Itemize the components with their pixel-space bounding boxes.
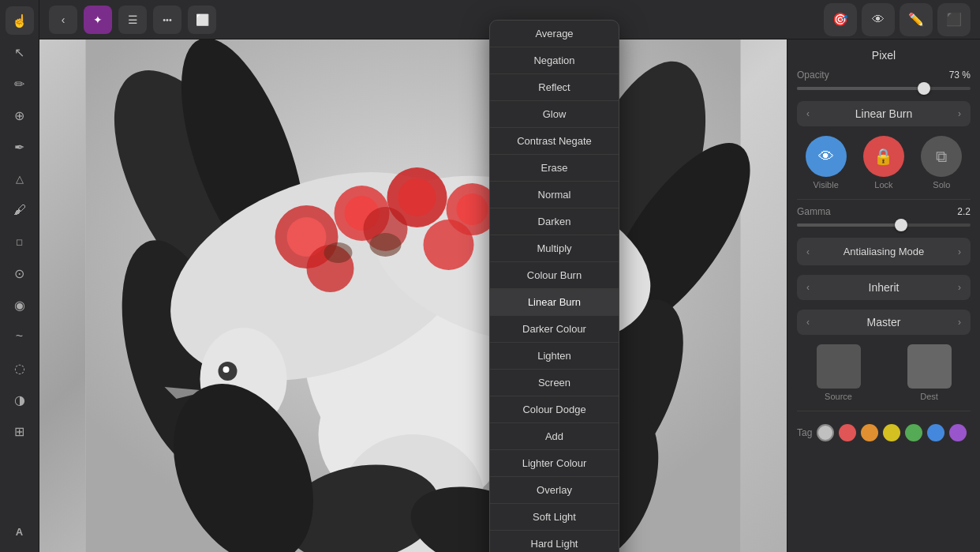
tool-paint[interactable]: 🖌 [6, 196, 34, 224]
visible-label: Visible [814, 180, 839, 190]
opacity-slider-fill [797, 87, 924, 90]
blend-mode-name: Linear Burn [810, 107, 958, 120]
gamma-slider-thumb[interactable] [895, 219, 907, 231]
blend-item-colour-burn[interactable]: Colour Burn [490, 262, 619, 289]
tool-shape[interactable]: △ [6, 164, 34, 193]
opacity-value: 73 % [949, 69, 971, 81]
gamma-label: Gamma [797, 206, 831, 217]
select-button[interactable]: ⬜ [188, 6, 216, 34]
lock-label: Lock [874, 180, 892, 190]
blend-item-colour-dodge[interactable]: Colour Dodge [490, 396, 619, 423]
dest-label: Dest [920, 392, 938, 401]
eye-icon-button[interactable]: 👁 [862, 3, 895, 36]
svg-point-33 [370, 233, 402, 257]
inherit-chevron-right: › [958, 282, 961, 293]
layer-state-icons: 👁 Visible 🔒 Lock ⧉ Solo [797, 136, 971, 190]
blend-item-hard-light[interactable]: Hard Light [490, 531, 619, 552]
gamma-row: Gamma 2.2 [797, 206, 971, 217]
blend-item-normal[interactable]: Normal [490, 182, 619, 208]
opacity-slider[interactable] [797, 87, 971, 90]
tool-fill[interactable]: ◉ [6, 291, 34, 319]
tool-blur[interactable]: ◌ [6, 354, 34, 382]
blend-item-average[interactable]: Average [490, 21, 619, 47]
svg-point-34 [324, 242, 353, 263]
antialiasing-chevron-right: › [958, 246, 961, 257]
tag-dot-orange[interactable] [861, 424, 878, 441]
blend-item-darker-colour[interactable]: Darker Colour [490, 316, 619, 343]
tool-stamp[interactable]: ⊙ [6, 259, 34, 287]
tool-eraser[interactable]: ◻ [6, 227, 34, 256]
tag-dot-gray[interactable] [817, 424, 834, 441]
divider-1 [797, 199, 971, 200]
blend-item-linear-burn[interactable]: Linear Burn [490, 289, 619, 316]
gamma-slider[interactable] [797, 223, 971, 227]
blend-item-contrast-negate[interactable]: Contrast Negate [490, 128, 619, 155]
tool-clone[interactable]: ⊞ [6, 417, 34, 445]
blend-item-glow[interactable]: Glow [490, 101, 619, 128]
inherit-name: Inherit [810, 281, 958, 294]
tag-label: Tag [797, 427, 812, 438]
blend-mode-row[interactable]: ‹ Linear Burn › [797, 101, 971, 126]
blend-item-multiply[interactable]: Multiply [490, 235, 619, 262]
menu-button[interactable]: ☰ [118, 6, 147, 34]
tool-pen[interactable]: ✒ [6, 133, 34, 161]
opacity-label: Opacity [797, 69, 829, 81]
tool-dodge[interactable]: ◑ [6, 385, 34, 414]
tool-touch[interactable]: ☝ [6, 6, 34, 35]
source-preview: Source [797, 344, 880, 401]
tag-row: Tag [797, 418, 971, 448]
solo-button[interactable]: ⧉ Solo [921, 136, 962, 190]
opacity-slider-thumb[interactable] [918, 82, 930, 95]
pen-icon-button[interactable]: ✏️ [900, 3, 933, 36]
blend-item-lighter-colour[interactable]: Lighter Colour [490, 450, 619, 477]
visible-icon: 👁 [806, 136, 847, 177]
blend-item-reflect[interactable]: Reflect [490, 74, 619, 101]
blend-item-erase[interactable]: Erase [490, 155, 619, 182]
blend-mode-chevron-right: › [958, 108, 961, 119]
blend-item-negation[interactable]: Negation [490, 47, 619, 74]
brand-logo: ✦ [84, 6, 112, 34]
tag-dot-green[interactable] [905, 424, 922, 441]
layer-type-label: Pixel [797, 49, 971, 62]
tool-transform[interactable]: ⊕ [6, 101, 34, 130]
opacity-row: Opacity 73 % [797, 69, 971, 81]
tag-dot-purple[interactable] [949, 424, 967, 441]
canvas-area[interactable] [39, 39, 787, 552]
lock-button[interactable]: 🔒 Lock [863, 136, 904, 190]
dest-preview: Dest [888, 344, 971, 401]
blend-item-add[interactable]: Add [490, 423, 619, 450]
antialiasing-section[interactable]: ‹ Antialiasing Mode › [797, 238, 971, 265]
target-icon-button[interactable]: 🎯 [824, 3, 857, 36]
tool-cursor[interactable]: ↖ [6, 38, 34, 66]
solo-label: Solo [933, 180, 950, 190]
preview-row: Source Dest [797, 344, 971, 401]
antialiasing-title: Antialiasing Mode [810, 246, 958, 257]
artwork-canvas [39, 39, 787, 552]
gamma-slider-fill [797, 223, 901, 227]
svg-point-26 [223, 366, 230, 373]
blend-item-soft-light[interactable]: Soft Light [490, 504, 619, 531]
lock-icon: 🔒 [863, 136, 904, 177]
tool-smudge[interactable]: ~ [6, 322, 34, 351]
tag-dot-blue[interactable] [927, 424, 944, 441]
tag-dot-red[interactable] [839, 424, 856, 441]
visible-button[interactable]: 👁 Visible [806, 136, 847, 190]
tool-text[interactable]: A [6, 517, 34, 546]
inherit-row[interactable]: ‹ Inherit › [797, 275, 971, 300]
back-button[interactable]: ‹ [49, 6, 77, 34]
blend-item-overlay[interactable]: Overlay [490, 477, 619, 504]
tool-brush[interactable]: ✏ [6, 69, 34, 98]
layers-icon-button[interactable]: ⬛ [937, 3, 971, 36]
blend-item-darken[interactable]: Darken [490, 208, 619, 235]
dest-thumbnail [907, 344, 952, 389]
blend-item-screen[interactable]: Screen [490, 370, 619, 396]
source-thumbnail [817, 344, 861, 389]
svg-point-22 [424, 220, 474, 270]
master-name: Master [810, 316, 958, 329]
master-row[interactable]: ‹ Master › [797, 310, 971, 335]
blend-item-lighten[interactable]: Lighten [490, 343, 619, 370]
solo-icon: ⧉ [921, 136, 962, 177]
right-panel: ‹ Layer Options 🖼 Pixel Opacity 73 % ‹ L… [787, 0, 980, 552]
more-button[interactable]: ••• [153, 6, 181, 34]
tag-dot-yellow[interactable] [883, 424, 900, 441]
